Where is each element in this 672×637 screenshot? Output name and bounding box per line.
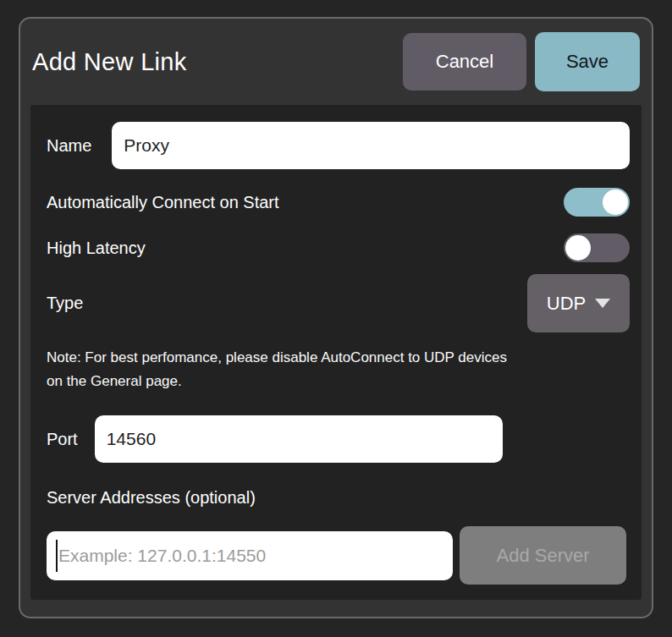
auto-connect-row: Automatically Connect on Start [47, 188, 630, 217]
auto-connect-toggle[interactable] [564, 188, 630, 217]
server-address-row: Add Server [47, 526, 630, 585]
name-input[interactable] [112, 122, 630, 169]
high-latency-row: High Latency [47, 233, 630, 262]
link-settings-panel: Name Automatically Connect on Start High… [30, 105, 642, 600]
cancel-button[interactable]: Cancel [403, 33, 526, 91]
save-button[interactable]: Save [535, 32, 640, 91]
chevron-down-icon [595, 299, 610, 308]
high-latency-label: High Latency [47, 239, 146, 258]
udp-note-line: Note: For best perfomance, please disabl… [47, 346, 630, 370]
server-address-input-wrap [47, 531, 453, 580]
name-label: Name [47, 136, 91, 156]
dialog-header: Add New Link Cancel Save [20, 19, 652, 105]
type-label: Type [47, 294, 83, 313]
toggle-knob [603, 189, 628, 215]
port-input[interactable] [95, 415, 503, 463]
name-row: Name [47, 122, 630, 169]
udp-note-line: on the General page. [47, 370, 630, 393]
type-row: Type UDP [47, 274, 630, 332]
server-address-input[interactable] [47, 531, 453, 580]
port-row: Port [47, 415, 630, 463]
screen-background: { "dialog": { "title": "Add New Link", "… [0, 0, 672, 637]
high-latency-toggle[interactable] [564, 233, 630, 262]
udp-note: Note: For best perfomance, please disabl… [47, 346, 630, 393]
dialog-title: Add New Link [32, 48, 403, 76]
port-label: Port [47, 430, 78, 449]
add-server-button[interactable]: Add Server [460, 526, 626, 585]
text-cursor [56, 540, 58, 572]
type-dropdown[interactable]: UDP [527, 274, 630, 332]
add-link-dialog: Add New Link Cancel Save Name Automatica… [19, 17, 653, 618]
toggle-knob [565, 235, 591, 261]
auto-connect-label: Automatically Connect on Start [47, 193, 279, 212]
type-selected-value: UDP [547, 293, 586, 315]
server-addresses-label: Server Addresses (optional) [47, 488, 630, 508]
